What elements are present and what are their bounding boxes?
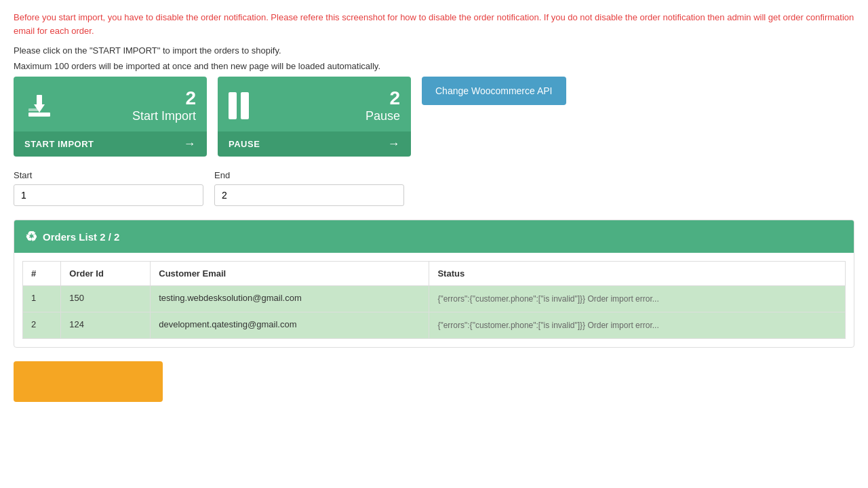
start-import-card-top: 2 Start Import: [14, 77, 207, 131]
orders-section: ♻ Orders List 2 / 2 # Order Id Customer …: [14, 220, 854, 348]
start-import-count: 2: [185, 87, 196, 109]
range-fields: Start End: [14, 170, 854, 206]
svg-rect-3: [28, 108, 38, 111]
table-row: 2 124 development.qatesting@gmail.com {"…: [23, 312, 846, 339]
orders-header: ♻ Orders List 2 / 2: [14, 220, 854, 253]
end-input[interactable]: [214, 184, 404, 206]
col-num: #: [23, 262, 61, 286]
change-woocommerce-api-button[interactable]: Change Woocommerce API: [422, 77, 566, 105]
col-status: Status: [429, 262, 846, 286]
cell-num: 1: [23, 286, 61, 312]
start-import-arrow-icon: →: [184, 137, 197, 151]
end-label: End: [214, 170, 404, 180]
start-import-label: Start Import: [132, 109, 196, 123]
start-field-group: Start: [14, 170, 203, 206]
cell-order-id: 150: [61, 286, 151, 312]
info-text-1: Please click on the "START IMPORT" to im…: [14, 45, 854, 56]
cell-email: testing.webdesksolution@gmail.com: [151, 286, 429, 312]
table-header-row: # Order Id Customer Email Status: [23, 262, 846, 286]
pause-action[interactable]: PAUSE →: [218, 131, 411, 157]
start-import-action-label: START IMPORT: [24, 139, 94, 149]
col-order-id: Order Id: [61, 262, 151, 286]
orders-table: # Order Id Customer Email Status 1 150 t…: [22, 261, 846, 339]
start-label: Start: [14, 170, 203, 180]
cell-email: development.qatesting@gmail.com: [151, 312, 429, 339]
start-import-card[interactable]: 2 Start Import START IMPORT →: [14, 77, 207, 157]
pause-arrow-icon: →: [388, 137, 401, 151]
recycle-icon: ♻: [25, 228, 37, 245]
pause-card-top: 2 Pause: [218, 77, 411, 131]
cell-order-id: 124: [61, 312, 151, 339]
start-input[interactable]: [14, 184, 203, 206]
svg-rect-0: [28, 113, 50, 117]
start-import-action[interactable]: START IMPORT →: [14, 131, 207, 157]
bottom-card: [14, 361, 163, 402]
pause-bar-right: [241, 92, 249, 119]
info-text-2: Maximum 100 orders will be imported at o…: [14, 61, 854, 71]
pause-icon: [229, 89, 249, 122]
action-cards-row: 2 Start Import START IMPORT → 2 Pause PA…: [14, 77, 854, 157]
pause-bar-left: [229, 92, 237, 119]
orders-title: Orders List 2 / 2: [43, 231, 119, 243]
import-icon: [24, 89, 60, 122]
table-row: 1 150 testing.webdesksolution@gmail.com …: [23, 286, 846, 312]
pause-count: 2: [389, 87, 400, 109]
pause-card[interactable]: 2 Pause PAUSE →: [218, 77, 411, 157]
end-field-group: End: [214, 170, 404, 206]
warning-text: Before you start import, you have to dis…: [14, 11, 854, 37]
col-email: Customer Email: [151, 262, 429, 286]
cell-status: {"errors":{"customer.phone":["is invalid…: [429, 312, 846, 339]
pause-action-label: PAUSE: [229, 139, 260, 149]
orders-table-wrap: # Order Id Customer Email Status 1 150 t…: [14, 253, 854, 347]
cell-status: {"errors":{"customer.phone":["is invalid…: [429, 286, 846, 312]
pause-label: Pause: [366, 109, 400, 123]
cell-num: 2: [23, 312, 61, 339]
